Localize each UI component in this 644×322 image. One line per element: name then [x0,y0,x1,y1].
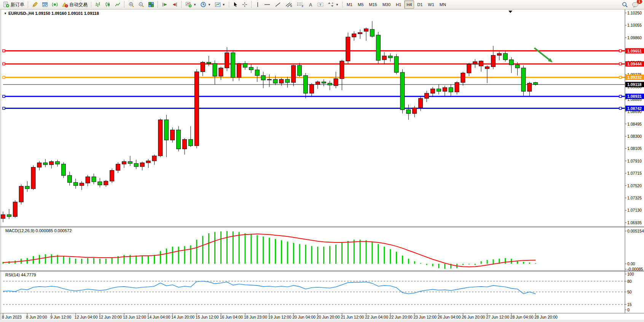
zoom-in-icon [128,2,134,8]
line-chart-button[interactable] [113,0,122,9]
line-anchor-marker[interactable] [619,76,622,78]
candle-up [116,164,120,171]
price-level-badge-label: 1.09444 [627,62,642,66]
bar-chart-button[interactable] [93,0,102,9]
new-order-button[interactable]: 新订单 [2,0,26,9]
trendline-button[interactable] [273,0,283,9]
svg-text:F: F [302,5,303,8]
signal-icon [52,2,58,8]
time-axis-label: 12 Jun 04:00 [75,315,98,319]
fibonacci-button[interactable]: F [295,0,306,9]
line-anchor-marker[interactable] [619,95,622,97]
candle-down [43,163,48,165]
chart-shift-button[interactable] [170,0,179,9]
collapse-triangle-icon[interactable]: ▼ [4,12,7,15]
rsi-axis-label: 50 [627,290,632,294]
text-label-button[interactable]: T [316,0,325,9]
signals-button[interactable] [50,0,59,9]
template-icon [215,2,221,8]
vertical-line-button[interactable] [254,0,261,9]
candle-up [152,156,156,161]
candlestick-icon [105,2,111,8]
horizontal-line-button[interactable] [262,0,272,9]
line-anchor-marker[interactable] [3,63,5,65]
auto-trading-button[interactable]: 自动交易 [60,0,89,9]
candle-down [370,29,374,36]
line-anchor-marker[interactable] [3,76,5,78]
candle-up [1,215,5,218]
zoom-in-button[interactable] [127,0,136,9]
candle-up [352,34,356,37]
candle-up [461,73,465,83]
line-anchor-marker[interactable] [3,50,5,52]
line-anchor-marker[interactable] [3,107,5,110]
candle-down [255,70,259,76]
time-axis-label: 20 Jun 20:00 [317,315,340,319]
notifications-button[interactable]: 1 [630,0,641,9]
auto-trading-label: 自动交易 [69,2,88,8]
auto-trading-icon [62,2,68,8]
candlestick-chart-button[interactable] [103,0,112,9]
zoom-out-button[interactable] [137,0,146,9]
line-anchor-marker[interactable] [3,95,5,97]
price-level-badge-label: 1.08931 [627,94,642,99]
chevron-down-icon: ▼ [208,3,211,6]
candle-up [267,79,271,80]
candle-up [413,108,417,113]
crosshair-button[interactable] [240,0,249,9]
tile-windows-button[interactable] [147,0,156,9]
time-axis-label: 28 Jun 04:00 [510,315,534,319]
timeframe-button-m5[interactable]: M5 [355,0,366,9]
text-icon: A [308,2,313,8]
candle-up [31,167,35,188]
auto-scroll-icon [162,2,168,8]
candle-up [171,130,175,140]
candle-down [521,68,526,91]
trendline-icon [274,2,281,8]
chart-window-button[interactable] [40,0,49,9]
metaeditor-button[interactable] [30,0,40,9]
timeframe-button-h4[interactable]: H4 [404,0,414,9]
candle-up [183,139,187,149]
arrows-button[interactable]: ▼ [326,0,340,9]
chart-canvas[interactable]: 1.102501.100551.098601.096651.094701.092… [0,0,644,322]
timeframe-button-mn[interactable]: MN [437,0,448,9]
price-axis-label: 1.07130 [627,208,642,212]
templates-button[interactable]: ▼ [213,0,227,9]
candle-up [49,161,54,164]
candle-up [485,67,489,69]
candle-up [491,55,495,67]
svg-text:T: T [319,3,322,7]
line-anchor-marker[interactable] [619,63,622,65]
candle-up [86,177,90,183]
search-button[interactable] [620,0,630,9]
cursor-button[interactable] [231,0,239,9]
cursor-icon [233,2,238,8]
line-anchor-marker[interactable] [619,107,622,110]
candle-down [298,65,302,76]
price-level-badge-label: 1.09232 [627,75,642,80]
rsi-axis-label: 80 [627,279,632,284]
time-axis-label: 14 Jun 04:00 [147,315,171,319]
equidistant-channel-button[interactable]: E [284,0,294,9]
time-axis-label: 22 Jun 04:00 [365,315,388,319]
timeframe-button-d1[interactable]: D1 [415,0,425,9]
line-anchor-marker[interactable] [619,50,622,52]
indicators-button[interactable]: ▼ [184,0,198,9]
symbol-title[interactable]: ▼EURUSD-,H4 1.09150 1.09160 1.09101 1.09… [4,11,99,16]
time-axis-label: 20 Jun 04:00 [292,315,316,319]
time-axis-label: 8 Jun 2023 [2,315,22,319]
svg-text:A: A [309,2,312,8]
new-order-icon [3,2,10,8]
timeframe-button-w1[interactable]: W1 [426,0,437,9]
timeframe-button-h1[interactable]: H1 [394,0,403,9]
crayon-icon [32,2,38,8]
text-button[interactable]: A [306,0,315,9]
fibonacci-icon: F [296,2,304,8]
periods-button[interactable]: ▼ [199,0,212,9]
auto-scroll-button[interactable] [160,0,169,9]
candle-down [164,120,169,140]
timeframe-button-m15[interactable]: M15 [367,0,379,9]
timeframe-button-m1[interactable]: M1 [344,0,355,9]
timeframe-button-m30[interactable]: M30 [380,0,393,9]
